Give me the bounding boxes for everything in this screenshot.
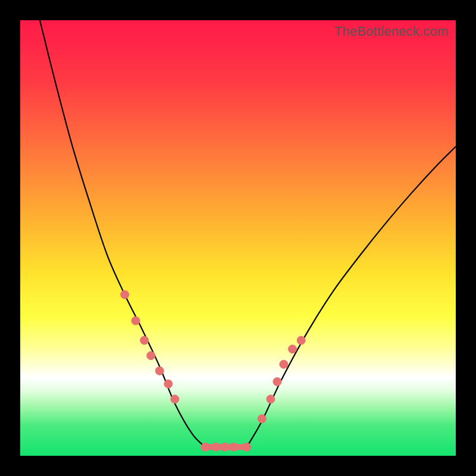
data-point: [171, 395, 179, 403]
data-point: [131, 317, 140, 325]
data-point: [243, 443, 251, 451]
curve-right: [247, 146, 456, 447]
curve-left: [40, 20, 205, 447]
data-point: [289, 345, 297, 353]
chart-frame: TheBottleneck.com: [0, 0, 476, 476]
data-point: [280, 360, 288, 368]
data-point: [155, 367, 164, 375]
data-point: [147, 352, 155, 360]
marker-group: [121, 290, 305, 451]
data-point: [140, 336, 149, 345]
data-point: [273, 378, 281, 386]
data-point: [201, 443, 209, 451]
data-point: [221, 443, 229, 451]
data-point: [230, 443, 238, 451]
data-point: [212, 443, 220, 451]
data-point: [258, 415, 266, 423]
chart-overlay: [20, 20, 456, 456]
plot-area: TheBottleneck.com: [20, 20, 456, 456]
data-point: [297, 336, 305, 345]
data-point: [121, 290, 129, 299]
data-point: [267, 395, 275, 403]
data-point: [164, 380, 173, 388]
